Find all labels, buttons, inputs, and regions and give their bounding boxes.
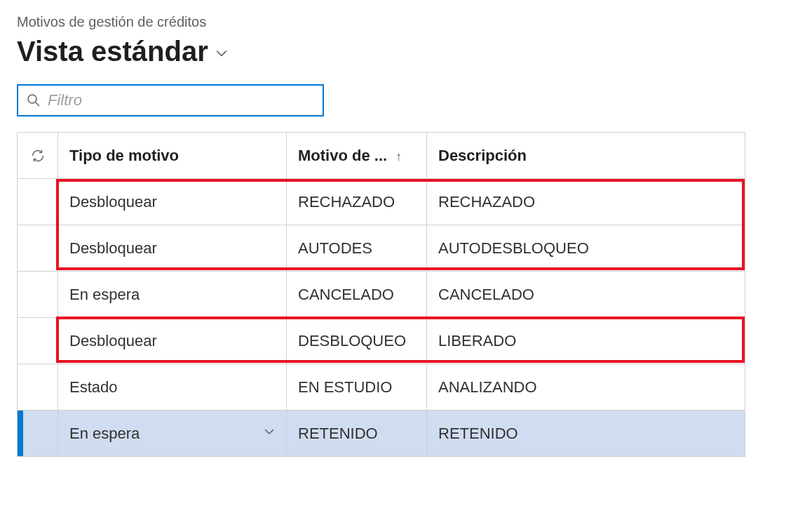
table-row[interactable]: EstadoEN ESTUDIOANALIZANDO: [18, 364, 745, 411]
table-row[interactable]: DesbloquearRECHAZADORECHAZADO: [18, 179, 745, 225]
cell-descripcion[interactable]: AUTODESBLOQUEO: [427, 225, 745, 272]
svg-line-1: [36, 102, 39, 106]
col-header-tipo[interactable]: Tipo de motivo: [58, 133, 287, 179]
row-selector[interactable]: [18, 179, 58, 225]
sort-asc-icon: ↑: [395, 149, 402, 164]
refresh-icon: [29, 148, 46, 164]
row-selector[interactable]: [18, 411, 58, 457]
table-row[interactable]: DesbloquearAUTODESAUTODESBLOQUEO: [18, 225, 745, 272]
filter-input[interactable]: [48, 91, 314, 109]
filter-box[interactable]: [17, 84, 324, 116]
row-selector[interactable]: [18, 364, 58, 411]
cell-tipo[interactable]: Desbloquear: [58, 179, 287, 225]
cell-descripcion[interactable]: RETENIDO: [427, 411, 745, 457]
cell-tipo[interactable]: Desbloquear: [58, 225, 287, 272]
cell-motivo[interactable]: RETENIDO: [287, 411, 427, 457]
cell-motivo[interactable]: AUTODES: [287, 225, 427, 272]
refresh-column-header[interactable]: [18, 133, 58, 179]
table-row[interactable]: DesbloquearDESBLOQUEOLIBERADO: [18, 318, 745, 364]
data-grid: Tipo de motivo Motivo de ... ↑ Descripci…: [17, 132, 745, 457]
cell-tipo-value: En espera: [69, 425, 140, 443]
grid-wrapper: Tipo de motivo Motivo de ... ↑ Descripci…: [17, 132, 795, 457]
breadcrumb[interactable]: Motivos de gestión de créditos: [17, 14, 795, 30]
selection-indicator: [18, 411, 23, 456]
table-row[interactable]: En esperaRETENIDORETENIDO: [18, 411, 745, 457]
cell-descripcion[interactable]: CANCELADO: [427, 272, 745, 318]
page-title: Vista estándar: [17, 36, 208, 67]
header-row: Tipo de motivo Motivo de ... ↑ Descripci…: [18, 133, 745, 179]
cell-motivo[interactable]: RECHAZADO: [287, 179, 427, 225]
cell-descripcion[interactable]: RECHAZADO: [427, 179, 745, 225]
cell-motivo[interactable]: DESBLOQUEO: [287, 318, 427, 364]
col-header-motivo-label: Motivo de ...: [298, 147, 387, 164]
cell-motivo[interactable]: EN ESTUDIO: [287, 364, 427, 411]
table-row[interactable]: En esperaCANCELADOCANCELADO: [18, 272, 745, 318]
chevron-down-icon: [215, 47, 228, 63]
chevron-down-icon[interactable]: [264, 426, 275, 441]
cell-tipo[interactable]: En espera: [58, 411, 287, 457]
col-header-motivo[interactable]: Motivo de ... ↑: [287, 133, 427, 179]
cell-tipo[interactable]: Estado: [58, 364, 287, 411]
svg-point-0: [28, 95, 36, 103]
cell-descripcion[interactable]: ANALIZANDO: [427, 364, 745, 411]
search-icon: [27, 93, 41, 107]
row-selector[interactable]: [18, 225, 58, 272]
view-switcher[interactable]: Vista estándar: [17, 36, 795, 67]
col-header-descripcion[interactable]: Descripción: [427, 133, 745, 179]
cell-descripcion[interactable]: LIBERADO: [427, 318, 745, 364]
cell-tipo[interactable]: Desbloquear: [58, 318, 287, 364]
cell-motivo[interactable]: CANCELADO: [287, 272, 427, 318]
cell-tipo[interactable]: En espera: [58, 272, 287, 318]
row-selector[interactable]: [18, 272, 58, 318]
row-selector[interactable]: [18, 318, 58, 364]
